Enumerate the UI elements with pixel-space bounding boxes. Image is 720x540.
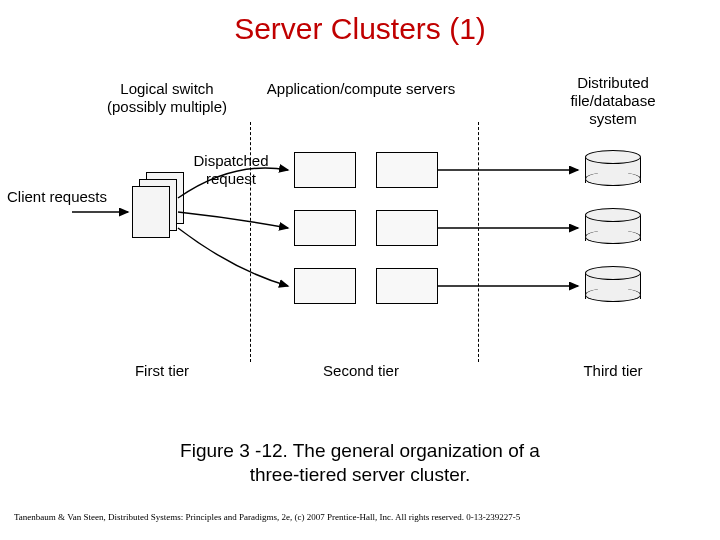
page-title: Server Clusters (1)	[0, 0, 720, 46]
figure-caption: Figure 3 -12. The general organization o…	[0, 439, 720, 488]
architecture-diagram: Logical switch(possibly multiple) Applic…	[38, 80, 688, 415]
copyright-footer: Tanenbaum & Van Steen, Distributed Syste…	[14, 512, 520, 522]
arrows-layer	[38, 80, 688, 415]
